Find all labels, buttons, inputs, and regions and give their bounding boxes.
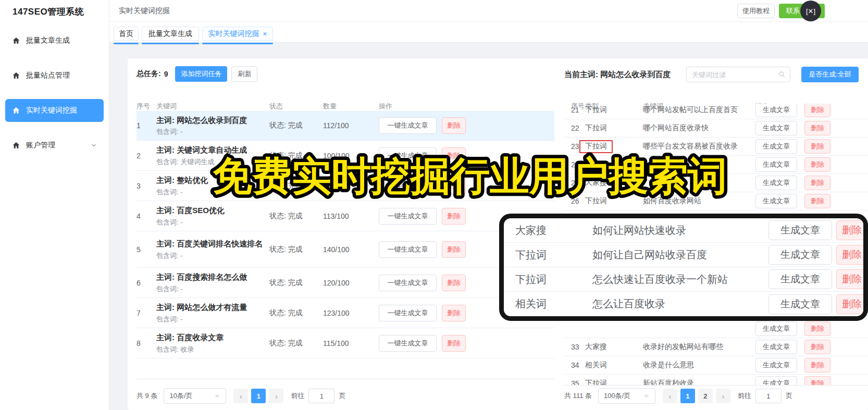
goto-page-input[interactable]: [755, 389, 782, 403]
delete-button[interactable]: 删除: [442, 208, 466, 225]
keyword-row[interactable]: 生成文章删除: [564, 320, 868, 338]
keyword-row[interactable]: 21下拉词哪个网站发帖可以上百度首页生成文章删除: [564, 104, 868, 119]
generate-articles-button[interactable]: 一键生成文章: [379, 335, 437, 352]
delete-button[interactable]: 删除: [836, 269, 867, 289]
generate-article-button[interactable]: 生成文章: [768, 269, 832, 289]
delete-button[interactable]: 删除: [442, 305, 466, 321]
keyword-row[interactable]: 33大家搜收录好的发帖网站有哪些生成文章删除: [564, 338, 868, 356]
sidebar-item-realtime-keyword[interactable]: 实时关键词挖掘: [5, 99, 104, 122]
delete-button[interactable]: 删除: [804, 340, 830, 354]
generate-article-button[interactable]: 生成文章: [755, 121, 797, 135]
generate-article-button[interactable]: 生成文章: [755, 321, 797, 336]
tab-realtime-keyword[interactable]: 实时关键词挖掘×: [202, 27, 273, 41]
generate-article-button[interactable]: 生成文章: [755, 358, 797, 372]
task-row[interactable]: 4主词: 百度SEO优化包含词: -状态: 完成113/100一键生成文章删除: [137, 201, 554, 231]
task-quantity: 113/100: [323, 212, 379, 220]
generate-article-button[interactable]: 生成文章: [755, 139, 797, 154]
keyword-row[interactable]: 23下拉词哪些平台发文容易被百度收录生成文章删除: [564, 138, 868, 156]
refresh-button[interactable]: 刷新: [231, 66, 257, 82]
total-tasks-label: 总任务:: [137, 69, 161, 79]
page-number-button[interactable]: 1: [680, 389, 695, 403]
delete-button[interactable]: 删除: [804, 376, 830, 385]
delete-button[interactable]: 删除: [804, 104, 830, 117]
row-index: 33: [564, 343, 585, 351]
generate-article-button[interactable]: 生成文章: [755, 176, 797, 190]
add-task-button[interactable]: 添加挖词任务: [175, 66, 227, 82]
delete-button[interactable]: 删除: [836, 245, 867, 265]
generate-articles-button[interactable]: 一键生成文章: [379, 147, 437, 164]
delete-button[interactable]: 删除: [442, 147, 466, 164]
delete-button[interactable]: 删除: [804, 176, 830, 190]
generate-article-button[interactable]: 生成文章: [768, 220, 832, 240]
keyword-row[interactable]: 25大家搜生成文章删除: [564, 174, 868, 192]
sidebar-item-batch-site[interactable]: 批量站点管理: [5, 64, 104, 87]
per-page-select[interactable]: 10条/页: [164, 388, 226, 404]
task-row[interactable]: 5主词: 百度关键词排名快速排名包含词: -状态: 完成140/100一键生成文…: [137, 231, 554, 268]
prev-page-button[interactable]: ‹: [233, 389, 248, 403]
generate-article-button[interactable]: 生成文章: [768, 294, 832, 314]
task-actions: 一键生成文章删除: [379, 305, 466, 321]
generate-article-button[interactable]: 生成文章: [755, 104, 797, 117]
generate-articles-button[interactable]: 一键生成文章: [379, 305, 437, 321]
next-page-button[interactable]: ›: [269, 389, 283, 403]
generate-article-button[interactable]: 生成文章: [768, 245, 832, 265]
tutorial-button[interactable]: 使用教程: [737, 4, 775, 18]
delete-button[interactable]: 删除: [442, 241, 466, 258]
delete-button[interactable]: 删除: [804, 157, 830, 172]
per-page-select[interactable]: 100条/页: [598, 388, 655, 404]
delete-button[interactable]: 删除: [442, 117, 466, 134]
generate-article-button[interactable]: 生成文章: [755, 376, 797, 385]
task-row[interactable]: 7主词: 网站怎么做才有流量包含词: -状态: 完成123/100一键生成文章删…: [137, 298, 554, 328]
task-row[interactable]: 8主词: 百度收录文章包含词: 收录状态: 完成115/100一键生成文章删除: [137, 328, 554, 358]
delete-button[interactable]: 删除: [836, 220, 867, 240]
sidebar: 147SEO管理系统 批量文章生成批量站点管理实时关键词挖掘账户管理: [0, 0, 109, 410]
generate-article-button[interactable]: 生成文章: [755, 194, 797, 208]
generate-articles-button[interactable]: 一键生成文章: [379, 117, 437, 134]
app-root: { "colors": { "accent": "#409eff", "dang…: [0, 0, 868, 410]
prev-page-button[interactable]: ‹: [663, 389, 677, 403]
delete-button[interactable]: 删除: [804, 139, 830, 154]
tab-home[interactable]: 首页: [114, 27, 139, 41]
next-page-button[interactable]: ›: [716, 389, 730, 403]
generate-article-button[interactable]: 生成文章: [755, 157, 797, 172]
delete-button[interactable]: 删除: [804, 358, 830, 372]
task-row[interactable]: 2主词: 关键词文章自动生成包含词: 关键词生成状态: 完成100/100一键生…: [137, 141, 554, 171]
task-row[interactable]: 3主词: 整站优化包含词: -状态: 完成一键生成文章删除: [137, 171, 554, 201]
current-word-value: 网站怎么收录到百度: [600, 70, 671, 79]
goto-page-input[interactable]: [308, 389, 334, 403]
keyword-row[interactable]: 22下拉词哪个网站百度收录快生成文章删除: [564, 119, 868, 138]
delete-button[interactable]: 删除: [804, 121, 830, 135]
generate-articles-button[interactable]: 一键生成文章: [379, 178, 437, 194]
keyword-filter-input[interactable]: [692, 71, 778, 79]
close-icon[interactable]: ×: [263, 30, 267, 38]
delete-button[interactable]: 删除: [804, 321, 830, 336]
keyword-text: 怎么让百度收录: [592, 297, 768, 311]
keyword-actions: 生成文章删除: [755, 176, 830, 190]
tab-batch-article[interactable]: 批量文章生成: [142, 27, 199, 41]
delete-button[interactable]: 删除: [442, 335, 466, 352]
generate-articles-button[interactable]: 一键生成文章: [379, 241, 437, 258]
task-row[interactable]: 6主词: 百度搜索排名怎么做包含词: -状态: 完成120/100一键生成文章删…: [137, 268, 554, 298]
sidebar-item-account[interactable]: 账户管理: [5, 134, 104, 157]
generate-articles-button[interactable]: 一键生成文章: [379, 275, 437, 291]
column-header: 状态: [269, 102, 323, 111]
delete-button[interactable]: 删除: [836, 294, 867, 314]
task-include-word: 包含词: -: [156, 127, 264, 136]
tab-label: 实时关键词挖掘: [208, 29, 259, 39]
task-keyword-cell: 主词: 百度关键词排名快速排名包含词: -: [156, 238, 269, 260]
sidebar-item-batch-article[interactable]: 批量文章生成: [5, 29, 104, 52]
generate-articles-button[interactable]: 一键生成文章: [379, 208, 437, 225]
generate-article-button[interactable]: 生成文章: [755, 340, 797, 354]
keyword-row[interactable]: 34相关词收录是什么意思生成文章删除: [564, 356, 868, 375]
delete-button[interactable]: 删除: [442, 275, 466, 291]
page-number-button[interactable]: 2: [698, 389, 713, 403]
keyword-row[interactable]: 24下拉词生成文章删除: [564, 156, 868, 174]
delete-button[interactable]: 删除: [804, 194, 830, 208]
page-number-button[interactable]: 1: [251, 389, 266, 403]
generate-all-button[interactable]: 是否生成:全部: [801, 67, 859, 82]
keyword-row[interactable]: 35下拉词新站百度秒收录生成文章删除: [564, 375, 868, 385]
floating-widget-icon[interactable]: [✕]: [800, 1, 821, 21]
keyword-row[interactable]: 26下拉词如何百度收录网站生成文章删除: [564, 192, 868, 210]
delete-button[interactable]: 删除: [442, 178, 466, 194]
task-row[interactable]: 1主词: 网站怎么收录到百度包含词: -状态: 完成112/100一键生成文章删…: [137, 111, 554, 141]
